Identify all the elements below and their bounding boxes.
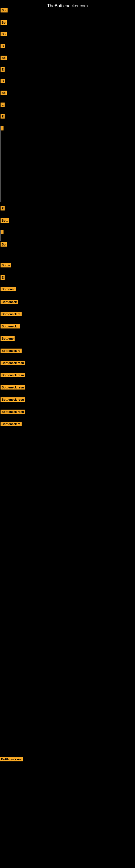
badge-badge-23: Bottleneck re (1, 348, 21, 353)
vertical-divider (1, 230, 1, 241)
badge-badge-25: Bottleneck resu (1, 373, 25, 377)
badge-badge-5: Bo (1, 56, 7, 60)
badge-badge-1: Bot (1, 8, 8, 12)
badge-badge-7: B (1, 79, 5, 83)
badge-badge-3: Bo (1, 32, 7, 36)
vertical-divider (1, 126, 1, 202)
badge-badge-27: Bottleneck resu (1, 397, 25, 402)
badge-badge-extra-1: Bottleneck res (0, 757, 23, 762)
badge-badge-15: Bo (1, 242, 7, 247)
badge-badge-28: Bottleneck resu (1, 410, 25, 414)
badge-badge-18: Bottlenec (1, 287, 16, 291)
badge-badge-10: E (1, 114, 5, 119)
badge-badge-2: Bo (1, 20, 7, 25)
badge-badge-13: Bott (1, 218, 9, 223)
badge-badge-17: E (1, 275, 5, 280)
badge-badge-16: Bottle (1, 263, 11, 268)
badge-badge-12: E (1, 206, 5, 211)
site-title: TheBottlenecker.com (0, 1, 135, 10)
badge-badge-26: Bottleneck resu (1, 385, 25, 390)
badge-badge-20: Bottleneck re (1, 312, 21, 316)
badge-badge-4: B (1, 44, 5, 48)
badge-badge-8: Bo (1, 91, 7, 95)
badge-badge-22: Bottlene (1, 336, 14, 341)
badge-badge-6: E (1, 67, 5, 72)
badge-badge-19: Bottleneck (1, 300, 18, 304)
badge-badge-21: Bottleneck r (1, 324, 20, 329)
badge-badge-24: Bottleneck resu (1, 361, 25, 365)
badge-badge-29: Bottleneck re (1, 422, 21, 426)
badge-badge-9: E (1, 102, 5, 107)
